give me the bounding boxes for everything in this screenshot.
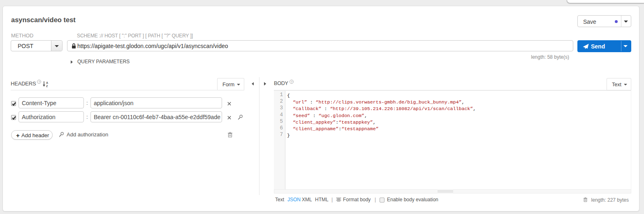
svg-text:A: A: [46, 81, 48, 84]
svg-text:Z: Z: [46, 85, 48, 87]
